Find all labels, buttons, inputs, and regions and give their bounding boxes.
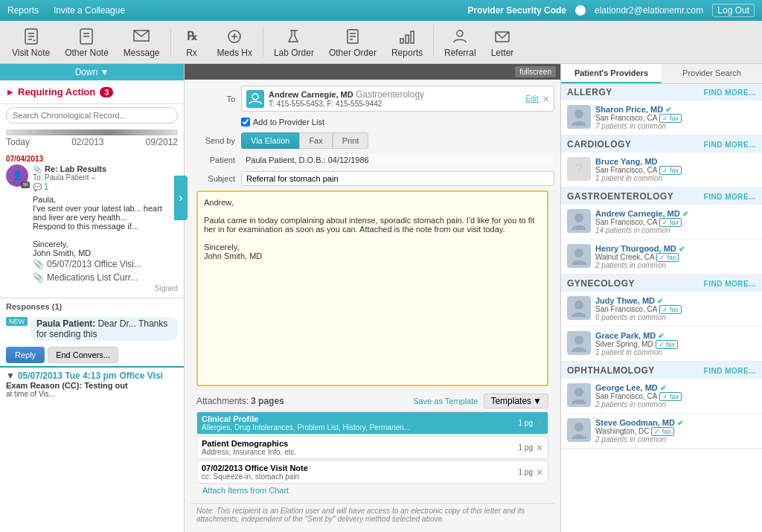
edit-recipient-link[interactable]: Edit: [526, 94, 539, 103]
toolbar-lab-order[interactable]: Lab Order: [268, 24, 320, 61]
provider-common-andrew: 14 patients in common: [595, 226, 756, 234]
expand-panel-button[interactable]: ›: [174, 176, 188, 220]
toolbar-reports[interactable]: Reports: [385, 24, 429, 61]
nav-reports[interactable]: Reports: [7, 5, 39, 16]
toolbar-lab-order-label: Lab Order: [274, 48, 314, 58]
provider-grace-park[interactable]: Grace Park, MD ✔ Silver Spring, MD ✓ fax…: [561, 327, 762, 362]
requiring-action-header[interactable]: ▶ Requiring Action 3: [0, 80, 184, 103]
bottom-item-label: Office Visi: [119, 371, 162, 381]
provider-location-george: San Francisco, CA ✓ fax: [595, 392, 756, 400]
toolbar-letter[interactable]: Letter: [485, 24, 520, 61]
add-provider-checkbox[interactable]: [241, 118, 250, 126]
toolbar-rx[interactable]: ℞ Rx: [176, 24, 208, 61]
save-template-link[interactable]: Save as Template: [413, 397, 478, 406]
verified-icon-steve: ✔: [677, 419, 683, 427]
center-panel: fullscreen To Andrew Carnegie, MD Gastro…: [185, 64, 561, 532]
attachment-item-demographics[interactable]: Patient Demographics Address, Insurance …: [196, 436, 548, 459]
toolbar-meds-hx[interactable]: Meds Hx: [211, 24, 258, 61]
tab-provider-search[interactable]: Provider Search: [662, 64, 762, 83]
close-recipient-button[interactable]: ×: [543, 93, 549, 105]
specialty-gastroenterology: GASTROENTEROLOGY Find more... Andrew Car…: [561, 188, 762, 275]
patient-row: Patient Paula Patient, D.O.B.: 04/12/198…: [190, 153, 554, 167]
send-print-button[interactable]: Print: [333, 132, 369, 149]
toolbar-reports-label: Reports: [391, 48, 423, 58]
bottom-item-body: at time of Vis...: [6, 390, 178, 398]
toolbar-message[interactable]: Message: [118, 24, 166, 61]
recipient-contact: T: 415-555-5453, F: 415-555-9442: [269, 100, 522, 108]
provider-judy-thwe[interactable]: Judy Thwe, MD ✔ San Francisco, CA ✓ fax …: [561, 292, 762, 327]
left-panel: Down ▼ ▶ Requiring Action 3 Today 02/201…: [0, 64, 185, 532]
message-body-textarea[interactable]: Andrew, Paula came in today complaining …: [196, 190, 548, 386]
bottom-item[interactable]: ▼ 05/07/2013 Tue 4:13 pm Office Visi Exa…: [0, 366, 184, 401]
end-conversation-button[interactable]: End Convers...: [48, 347, 118, 363]
toolbar-referral[interactable]: Referral: [438, 24, 482, 61]
attachment-left-clinical: Clinical Profile Allergies, Drug Intoler…: [202, 414, 410, 432]
timeline-bar: [0, 126, 184, 137]
provider-avatar-george: [567, 383, 591, 407]
remove-demographics-button[interactable]: ✕: [536, 443, 543, 453]
provider-andrew-carnegie[interactable]: Andrew Carnegie, MD ✔ San Francisco, CA …: [561, 205, 762, 240]
logout-button[interactable]: Log Out: [712, 4, 755, 17]
to-row: To Andrew Carnegie, MD Gastroenterology …: [190, 86, 554, 112]
info-icon[interactable]: i: [575, 5, 586, 16]
right-panel: Patient's Providers Provider Search ALLE…: [561, 64, 762, 532]
timeline-ticks[interactable]: [6, 129, 178, 135]
recipient-avatar: [246, 90, 264, 108]
security-code-label: Provider Security Code: [467, 5, 566, 16]
provider-steve-goodman[interactable]: Steve Goodman, MD ✔ Washington, DC ✓ fax…: [561, 414, 762, 449]
svg-point-23: [574, 249, 583, 257]
new-badge: NEW: [6, 317, 28, 326]
top-navigation: Reports Invite a Colleague Provider Secu…: [0, 0, 762, 21]
gastroenterology-find-more[interactable]: Find more...: [704, 193, 756, 201]
toolbar-other-note[interactable]: Other Note: [59, 24, 115, 61]
provider-bruce-yang[interactable]: ? Bruce Yang, MD San Francisco, CA ✓ fax…: [561, 153, 762, 188]
provider-location-grace: Silver Spring, MD ✓ fax: [595, 340, 756, 348]
toolbar-visit-note[interactable]: Visit Note: [6, 24, 56, 61]
gastroenterology-header: GASTROENTEROLOGY Find more...: [561, 188, 762, 205]
attachment-item-clinical[interactable]: Clinical Profile Allergies, Drug Intoler…: [196, 411, 548, 435]
cardiology-find-more[interactable]: Find more...: [704, 141, 756, 149]
provider-name-grace: Grace Park, MD ✔: [595, 331, 756, 340]
gynecology-find-more[interactable]: Find more...: [704, 280, 756, 288]
provider-sharon-price[interactable]: Sharon Price, MD ✔ San Francisco, CA ✓ f…: [561, 100, 762, 135]
provider-henry-thurgood[interactable]: Henry Thurgood, MD ✔ Walnut Creek, CA ✓ …: [561, 240, 762, 275]
send-via-elation-button[interactable]: Via Elation: [241, 132, 299, 149]
provider-avatar-grace: [567, 331, 591, 355]
subject-input[interactable]: [241, 171, 554, 186]
provider-location-judy: San Francisco, CA ✓ fax: [595, 305, 756, 313]
provider-name-steve: Steve Goodman, MD ✔: [595, 418, 756, 427]
response-actions: Reply End Convers...: [0, 344, 184, 366]
svg-point-27: [574, 423, 583, 432]
main-toolbar: Visit Note Other Note Message ℞ Rx Meds …: [0, 21, 762, 64]
toolbar-other-order[interactable]: Other Order: [323, 24, 382, 61]
provider-name-judy: Judy Thwe, MD ✔: [595, 296, 756, 305]
send-fax-button[interactable]: Fax: [299, 132, 332, 149]
ophthalmology-find-more[interactable]: Find more...: [704, 367, 756, 375]
provider-location-henry: Walnut Creek, CA ✓ fax: [595, 253, 756, 261]
provider-common-grace: 1 patient in common: [595, 348, 756, 356]
verified-icon-henry: ✔: [679, 245, 685, 253]
templates-button[interactable]: Templates ▼: [484, 394, 548, 408]
provider-george-lee[interactable]: George Lee, MD ✔ San Francisco, CA ✓ fax…: [561, 379, 762, 414]
ophthalmology-header: OPHTHALMOLOGY Find more...: [561, 362, 762, 379]
search-input[interactable]: [6, 107, 178, 124]
message-item[interactable]: 07/04/2013 👤 ✉ 📎 Re: Lab Results To: Pau…: [0, 150, 184, 298]
provider-name-andrew: Andrew Carnegie, MD ✔: [595, 209, 756, 218]
download-label: Down: [75, 67, 98, 77]
specialty-allergy: ALLERGY Find more... Sharon Price, MD ✔ …: [561, 84, 762, 136]
date-end: 09/2012: [146, 137, 178, 147]
pages-count-clinical: 1 pg: [519, 419, 533, 427]
requiring-action-title: Requiring Action: [18, 86, 95, 97]
fullscreen-button[interactable]: fullscreen: [515, 66, 556, 77]
remove-office-visit-button[interactable]: ✕: [536, 467, 543, 478]
other-order-icon: [343, 27, 362, 46]
toolbar-message-label: Message: [124, 48, 160, 58]
tab-patients-providers[interactable]: Patient's Providers: [561, 64, 662, 83]
attachment-item-office-visit[interactable]: 07/02/2013 Office Visit Note cc: Squeeze…: [196, 461, 548, 484]
reply-button[interactable]: Reply: [6, 347, 45, 363]
allergy-find-more[interactable]: Find more...: [704, 89, 756, 97]
remove-clinical-button[interactable]: ✕: [536, 418, 543, 429]
attach-items-link[interactable]: Attach Items from Chart: [196, 484, 295, 496]
nav-invite[interactable]: Invite a Colleague: [54, 5, 125, 16]
download-bar[interactable]: Down ▼: [0, 64, 184, 80]
